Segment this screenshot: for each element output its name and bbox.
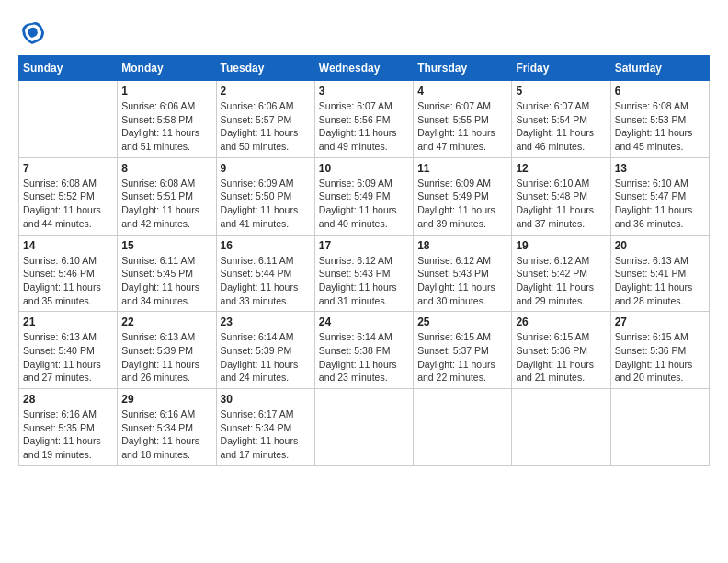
day-number: 26 — [516, 316, 606, 328]
calendar-cell: 8Sunrise: 6:08 AM Sunset: 5:51 PM Daylig… — [118, 157, 216, 235]
day-info: Sunrise: 6:13 AM Sunset: 5:39 PM Dayligh… — [121, 330, 211, 385]
day-number: 17 — [319, 239, 409, 252]
day-info: Sunrise: 6:16 AM Sunset: 5:34 PM Dayligh… — [121, 408, 211, 462]
calendar-cell: 27Sunrise: 6:15 AM Sunset: 5:36 PM Dayli… — [610, 312, 709, 389]
week-row-4: 21Sunrise: 6:13 AM Sunset: 5:40 PM Dayli… — [19, 312, 710, 389]
day-number: 23 — [221, 316, 311, 328]
day-number: 24 — [319, 316, 409, 328]
day-number: 12 — [516, 162, 606, 175]
calendar-cell: 10Sunrise: 6:09 AM Sunset: 5:49 PM Dayli… — [314, 157, 413, 235]
day-number: 9 — [221, 162, 311, 175]
calendar-cell: 3Sunrise: 6:07 AM Sunset: 5:56 PM Daylig… — [314, 81, 413, 158]
day-info: Sunrise: 6:09 AM Sunset: 5:49 PM Dayligh… — [417, 177, 507, 231]
calendar-cell: 23Sunrise: 6:14 AM Sunset: 5:39 PM Dayli… — [216, 312, 314, 389]
weekday-header-tuesday: Tuesday — [216, 56, 314, 81]
day-number: 27 — [615, 316, 705, 328]
day-info: Sunrise: 6:10 AM Sunset: 5:46 PM Dayligh… — [23, 254, 113, 308]
page-header — [18, 18, 710, 46]
week-row-5: 28Sunrise: 6:16 AM Sunset: 5:35 PM Dayli… — [19, 389, 710, 466]
week-row-3: 14Sunrise: 6:10 AM Sunset: 5:46 PM Dayli… — [19, 235, 710, 312]
day-info: Sunrise: 6:15 AM Sunset: 5:37 PM Dayligh… — [417, 330, 507, 385]
calendar-cell — [19, 81, 118, 158]
day-info: Sunrise: 6:11 AM Sunset: 5:44 PM Dayligh… — [221, 254, 311, 308]
day-number: 21 — [23, 316, 113, 328]
calendar-table: SundayMondayTuesdayWednesdayThursdayFrid… — [18, 55, 710, 466]
calendar-cell: 6Sunrise: 6:08 AM Sunset: 5:53 PM Daylig… — [610, 81, 709, 158]
calendar-cell: 11Sunrise: 6:09 AM Sunset: 5:49 PM Dayli… — [414, 157, 512, 235]
day-info: Sunrise: 6:13 AM Sunset: 5:41 PM Dayligh… — [615, 254, 705, 308]
calendar-cell: 4Sunrise: 6:07 AM Sunset: 5:55 PM Daylig… — [414, 81, 512, 158]
day-info: Sunrise: 6:13 AM Sunset: 5:40 PM Dayligh… — [23, 330, 113, 385]
day-number: 11 — [417, 162, 507, 175]
day-number: 3 — [319, 85, 409, 98]
day-number: 5 — [516, 85, 606, 98]
day-info: Sunrise: 6:08 AM Sunset: 5:51 PM Dayligh… — [121, 177, 211, 231]
calendar-cell: 20Sunrise: 6:13 AM Sunset: 5:41 PM Dayli… — [610, 235, 709, 312]
calendar-cell: 12Sunrise: 6:10 AM Sunset: 5:48 PM Dayli… — [512, 157, 610, 235]
day-info: Sunrise: 6:06 AM Sunset: 5:58 PM Dayligh… — [121, 99, 211, 154]
calendar-cell — [314, 389, 413, 466]
day-number: 22 — [121, 316, 211, 328]
day-number: 30 — [221, 393, 311, 406]
calendar-cell: 25Sunrise: 6:15 AM Sunset: 5:37 PM Dayli… — [414, 312, 512, 389]
day-info: Sunrise: 6:10 AM Sunset: 5:48 PM Dayligh… — [516, 177, 606, 231]
calendar-cell: 2Sunrise: 6:06 AM Sunset: 5:57 PM Daylig… — [216, 81, 314, 158]
day-info: Sunrise: 6:12 AM Sunset: 5:42 PM Dayligh… — [516, 254, 606, 308]
calendar-cell — [414, 389, 512, 466]
weekday-header-thursday: Thursday — [414, 56, 512, 81]
day-number: 16 — [221, 239, 311, 252]
day-number: 4 — [417, 85, 507, 98]
day-info: Sunrise: 6:07 AM Sunset: 5:55 PM Dayligh… — [417, 99, 507, 154]
weekday-header-wednesday: Wednesday — [314, 56, 413, 81]
weekday-header-row: SundayMondayTuesdayWednesdayThursdayFrid… — [19, 56, 710, 81]
day-number: 14 — [23, 239, 113, 252]
calendar-cell: 16Sunrise: 6:11 AM Sunset: 5:44 PM Dayli… — [216, 235, 314, 312]
calendar-cell: 18Sunrise: 6:12 AM Sunset: 5:43 PM Dayli… — [414, 235, 512, 312]
calendar-cell: 28Sunrise: 6:16 AM Sunset: 5:35 PM Dayli… — [19, 389, 118, 466]
day-number: 8 — [121, 162, 211, 175]
logo — [18, 18, 50, 46]
day-number: 2 — [221, 85, 311, 98]
day-info: Sunrise: 6:14 AM Sunset: 5:38 PM Dayligh… — [319, 330, 409, 385]
day-number: 10 — [319, 162, 409, 175]
day-info: Sunrise: 6:16 AM Sunset: 5:35 PM Dayligh… — [23, 408, 113, 462]
calendar-cell: 15Sunrise: 6:11 AM Sunset: 5:45 PM Dayli… — [118, 235, 216, 312]
week-row-2: 7Sunrise: 6:08 AM Sunset: 5:52 PM Daylig… — [19, 157, 710, 235]
calendar-cell: 21Sunrise: 6:13 AM Sunset: 5:40 PM Dayli… — [19, 312, 118, 389]
day-number: 15 — [121, 239, 211, 252]
day-number: 18 — [417, 239, 507, 252]
day-number: 6 — [615, 85, 705, 98]
calendar-cell: 30Sunrise: 6:17 AM Sunset: 5:34 PM Dayli… — [216, 389, 314, 466]
day-number: 1 — [121, 85, 211, 98]
day-info: Sunrise: 6:08 AM Sunset: 5:52 PM Dayligh… — [23, 177, 113, 231]
calendar-cell: 24Sunrise: 6:14 AM Sunset: 5:38 PM Dayli… — [314, 312, 413, 389]
day-info: Sunrise: 6:14 AM Sunset: 5:39 PM Dayligh… — [221, 330, 311, 385]
day-info: Sunrise: 6:07 AM Sunset: 5:56 PM Dayligh… — [319, 99, 409, 154]
day-info: Sunrise: 6:15 AM Sunset: 5:36 PM Dayligh… — [615, 330, 705, 385]
day-info: Sunrise: 6:17 AM Sunset: 5:34 PM Dayligh… — [221, 408, 311, 462]
weekday-header-sunday: Sunday — [19, 56, 118, 81]
calendar-cell: 29Sunrise: 6:16 AM Sunset: 5:34 PM Dayli… — [118, 389, 216, 466]
week-row-1: 1Sunrise: 6:06 AM Sunset: 5:58 PM Daylig… — [19, 81, 710, 158]
day-info: Sunrise: 6:12 AM Sunset: 5:43 PM Dayligh… — [319, 254, 409, 308]
day-number: 20 — [615, 239, 705, 252]
day-info: Sunrise: 6:12 AM Sunset: 5:43 PM Dayligh… — [417, 254, 507, 308]
day-info: Sunrise: 6:08 AM Sunset: 5:53 PM Dayligh… — [615, 99, 705, 154]
day-info: Sunrise: 6:06 AM Sunset: 5:57 PM Dayligh… — [221, 99, 311, 154]
day-info: Sunrise: 6:11 AM Sunset: 5:45 PM Dayligh… — [121, 254, 211, 308]
day-info: Sunrise: 6:10 AM Sunset: 5:47 PM Dayligh… — [615, 177, 705, 231]
weekday-header-monday: Monday — [118, 56, 216, 81]
calendar-cell: 26Sunrise: 6:15 AM Sunset: 5:36 PM Dayli… — [512, 312, 610, 389]
calendar-cell: 13Sunrise: 6:10 AM Sunset: 5:47 PM Dayli… — [610, 157, 709, 235]
day-number: 7 — [23, 162, 113, 175]
calendar-cell: 14Sunrise: 6:10 AM Sunset: 5:46 PM Dayli… — [19, 235, 118, 312]
day-info: Sunrise: 6:09 AM Sunset: 5:49 PM Dayligh… — [319, 177, 409, 231]
calendar-cell: 7Sunrise: 6:08 AM Sunset: 5:52 PM Daylig… — [19, 157, 118, 235]
calendar-cell: 19Sunrise: 6:12 AM Sunset: 5:42 PM Dayli… — [512, 235, 610, 312]
calendar-cell: 9Sunrise: 6:09 AM Sunset: 5:50 PM Daylig… — [216, 157, 314, 235]
day-info: Sunrise: 6:09 AM Sunset: 5:50 PM Dayligh… — [221, 177, 311, 231]
calendar-cell: 17Sunrise: 6:12 AM Sunset: 5:43 PM Dayli… — [314, 235, 413, 312]
logo-icon — [18, 18, 46, 46]
day-number: 13 — [615, 162, 705, 175]
calendar-cell — [610, 389, 709, 466]
